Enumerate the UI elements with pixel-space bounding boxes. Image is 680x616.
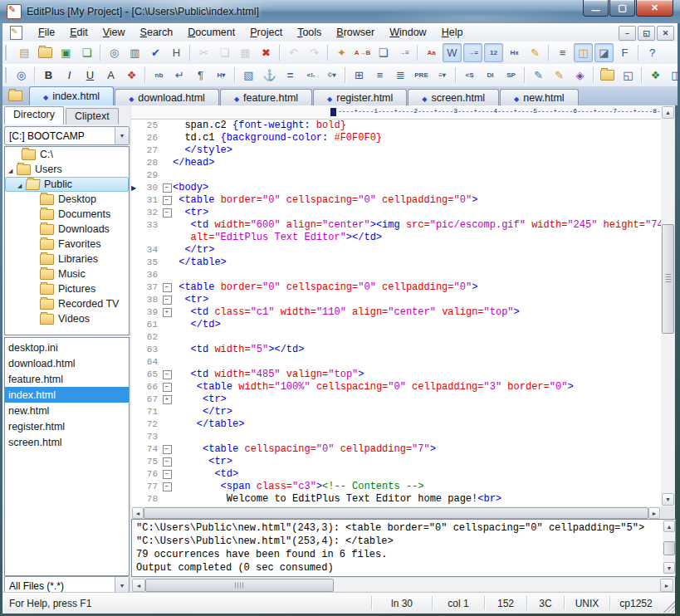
menu-edit[interactable]: Edit — [62, 24, 95, 41]
chevron-down-icon[interactable] — [115, 127, 129, 144]
file-item-download-html[interactable]: download.html — [5, 355, 129, 371]
tree-item-music[interactable]: Music — [5, 266, 129, 281]
object-icon[interactable]: ◈ — [570, 66, 589, 85]
bottom-hscrollbar[interactable] — [131, 578, 674, 591]
open-file-icon[interactable] — [36, 43, 55, 62]
save-all-icon[interactable]: ❏ — [77, 43, 96, 62]
menu-document[interactable]: Document — [180, 24, 242, 41]
new-document-icon[interactable]: ▤ — [15, 43, 34, 62]
italic-icon[interactable]: I — [60, 66, 79, 85]
tab-download.html[interactable]: download.html — [115, 89, 219, 105]
menu-search[interactable]: Search — [133, 24, 181, 41]
strikethrough-icon[interactable]: <S — [460, 66, 479, 85]
preformatted-icon[interactable]: PRE — [412, 66, 431, 85]
word-wrap-icon[interactable]: W — [443, 43, 462, 62]
fold-collapse-icon[interactable]: − — [163, 296, 172, 305]
menu-view[interactable]: View — [95, 24, 133, 41]
tree-item-videos[interactable]: Videos — [5, 311, 129, 326]
file-item-desktop-ini[interactable]: desktop.ini — [5, 340, 129, 355]
align-center-icon[interactable]: ≡ — [370, 66, 389, 85]
editor-vscrollbar[interactable] — [661, 105, 674, 506]
underline-icon[interactable]: U — [81, 66, 100, 85]
font-icon[interactable]: A — [101, 66, 120, 85]
fullscreen-icon[interactable]: F — [615, 43, 634, 62]
fold-expand-icon[interactable]: + — [163, 395, 172, 404]
special-character-icon[interactable]: ©▾ — [322, 66, 341, 85]
tree-item-favorites[interactable]: Favorites — [5, 237, 129, 252]
save-icon[interactable]: ▣ — [56, 43, 76, 62]
tab-new.html[interactable]: new.html — [500, 89, 579, 105]
spell-check-icon[interactable]: ✔ — [146, 43, 165, 62]
cliptext-window-icon[interactable]: ≡ — [553, 43, 572, 62]
menu-browser[interactable]: Browser — [329, 24, 382, 41]
toolbar-grip[interactable] — [5, 45, 11, 61]
context-help-icon[interactable]: ? — [643, 43, 662, 62]
span-tag-icon[interactable]: SP — [501, 66, 521, 85]
form-icon[interactable]: ✎ — [529, 66, 548, 85]
panel-tab-cliptext[interactable]: Cliptext — [66, 108, 119, 125]
tab-register.html[interactable]: register.html — [313, 89, 407, 105]
toolbar-grip[interactable] — [5, 67, 7, 83]
goto-line-icon[interactable]: →≡ — [394, 43, 413, 62]
fold-collapse-icon[interactable]: − — [163, 457, 172, 467]
scroll-down-icon[interactable] — [663, 562, 675, 574]
hex-viewer-icon[interactable]: Hx — [505, 43, 524, 62]
text-color-icon[interactable]: ❖ — [122, 66, 141, 85]
fold-collapse-icon[interactable]: − — [163, 470, 172, 479]
close-button[interactable] — [636, 0, 673, 17]
browser-preview-icon[interactable]: ◎ — [12, 66, 31, 85]
output-window-icon[interactable]: ◪ — [594, 43, 614, 62]
heading-icon[interactable]: H▾ — [212, 66, 231, 85]
fold-collapse-icon[interactable]: − — [163, 208, 172, 218]
replace-icon[interactable]: A→B — [353, 43, 372, 62]
resize-grip[interactable] — [662, 599, 675, 613]
output-vscrollbar[interactable] — [663, 520, 675, 574]
fold-collapse-icon[interactable]: − — [163, 383, 172, 392]
file-item-index-html[interactable]: index.html — [5, 387, 129, 403]
fold-collapse-icon[interactable]: − — [163, 482, 172, 491]
document-icon[interactable] — [10, 26, 22, 40]
mdi-minimize-button[interactable] — [619, 26, 636, 41]
change-case-icon[interactable]: Aa — [422, 43, 441, 62]
line-break-icon[interactable]: ↵ — [170, 66, 189, 85]
line-numbers-icon[interactable]: 12 — [484, 43, 503, 62]
tree-item-recordedtv[interactable]: Recorded TV — [5, 296, 129, 311]
menu-tools[interactable]: Tools — [290, 24, 329, 41]
tree-item-pictures[interactable]: Pictures — [5, 281, 129, 296]
menu-window[interactable]: Window — [382, 24, 433, 41]
mdi-restore-button[interactable] — [638, 26, 655, 41]
mdi-close-button[interactable] — [657, 26, 674, 41]
panel-tab-directory[interactable]: Directory — [4, 106, 64, 125]
bold-icon[interactable]: B — [39, 66, 58, 85]
menu-file[interactable]: File — [31, 24, 62, 41]
view-in-browser-icon[interactable] — [598, 66, 617, 85]
bottom-hscroll-thumb[interactable] — [145, 579, 334, 592]
tree-item-downloads[interactable]: Downloads — [5, 222, 129, 237]
document-properties-icon[interactable]: ✎ — [526, 43, 545, 62]
table-icon[interactable]: ⊞ — [350, 66, 369, 85]
fold-collapse-icon[interactable]: − — [163, 183, 172, 193]
tree-item-c[interactable]: C:\ — [5, 147, 129, 162]
comment-icon[interactable]: <!- — [301, 66, 320, 85]
paragraph-icon[interactable]: ¶ — [191, 66, 210, 85]
tree-item-documents[interactable]: Documents — [5, 207, 129, 222]
drive-selector[interactable]: [C:] BOOTCAMP — [4, 126, 130, 145]
scroll-up-icon[interactable] — [662, 106, 674, 119]
title-bar[interactable]: EditPlus [My Project] - [C:\Users\Public… — [0, 0, 680, 23]
minimize-button[interactable] — [583, 0, 609, 17]
tab-list-button[interactable] — [6, 88, 24, 104]
horizontal-rule-icon[interactable]: = — [281, 66, 300, 85]
tab-screen.html[interactable]: screen.html — [408, 89, 499, 105]
directory-window-icon[interactable]: ◫ — [574, 43, 593, 62]
tree-item-desktop[interactable]: Desktop — [5, 192, 129, 207]
tree-item-public[interactable]: Public — [5, 177, 129, 192]
scroll-right-icon[interactable] — [648, 507, 660, 519]
tree-item-users[interactable]: Users — [5, 162, 129, 177]
print-icon[interactable]: ▥ — [125, 43, 144, 62]
folder-tree[interactable]: C:\UsersPublicDesktopDocumentsDownloadsF… — [4, 146, 130, 335]
fold-collapse-icon[interactable]: − — [163, 196, 172, 205]
editor-hscrollbar[interactable] — [131, 506, 661, 518]
script-icon[interactable]: ✎ — [550, 66, 569, 85]
scroll-left-icon[interactable] — [132, 579, 145, 592]
split-window-icon[interactable]: ◫ — [667, 66, 680, 85]
